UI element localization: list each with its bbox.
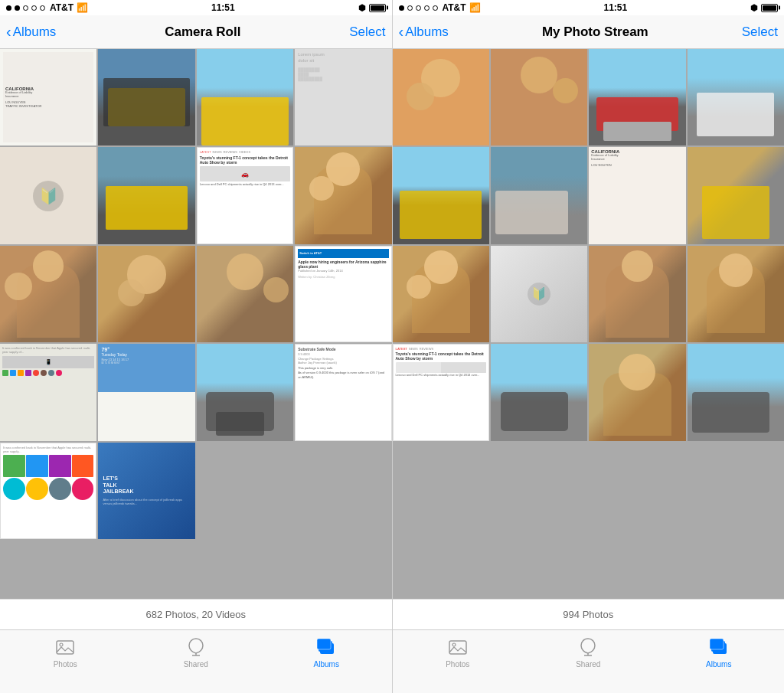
photo-count-label: 994 Photos [563,609,613,620]
right-select-button[interactable]: Select [742,25,778,40]
signal-dot-2 [15,5,20,11]
photo-cell[interactable] [393,147,489,244]
back-label: Albums [13,25,57,40]
photo-cell[interactable]: Switch to AT&T Apple now hiring engineer… [295,246,391,342]
tab-shared[interactable]: Shared [523,636,654,668]
svg-rect-0 [57,641,74,654]
photo-cell[interactable]: LET'STALKJAILBREAK After a brief discuss… [98,443,194,539]
photo-cell[interactable]: LATEST NEWS REVIEWS VIDEOS Toyota's stun… [197,147,293,244]
photo-cell[interactable]: 79° Tuesday Today Now 13 14 15 16 17 82 … [98,344,194,440]
photo-cell[interactable]: Substrate Safe Mode 0.9.4000 Change Pack… [295,344,391,440]
right-nav-bar: ‹ Albums My Photo Stream Select [393,15,785,49]
photo-cell[interactable] [491,344,587,440]
photo-cell[interactable]: 🔰 [491,246,587,342]
photo-cell[interactable] [393,49,489,145]
bluetooth-icon: ⬢ [750,3,758,13]
carrier-label: AT&T [50,2,74,13]
albums-tab-icon [315,636,337,658]
left-back-button[interactable]: ‹ Albums [6,24,56,41]
signal-dot-1 [6,5,11,11]
photo-cell[interactable] [98,147,194,244]
signal-dot-1 [399,5,404,11]
tab-albums[interactable]: Albums [261,636,392,668]
photos-tab-icon [54,636,76,658]
photo-cell[interactable] [589,246,685,342]
left-status-left: AT&T 📶 [6,2,88,13]
left-nav-bar: ‹ Albums Camera Roll Select [0,15,392,49]
photo-cell[interactable] [98,246,194,342]
signal-dot-2 [407,5,413,11]
photo-cell[interactable] [589,344,685,440]
right-nav-title: My Photo Stream [542,25,648,40]
tab-photos[interactable]: Photos [0,636,131,668]
left-select-button[interactable]: Select [349,25,385,40]
shared-tab-icon [185,636,207,658]
carrier-label: AT&T [443,2,466,13]
left-status-bar: AT&T 📶 11:51 ⬢ [0,0,392,15]
right-photo-count: 994 Photos [393,599,785,629]
photo-cell[interactable]: It was confirmed back in November that A… [0,344,96,440]
photo-cell[interactable] [197,49,293,145]
photo-cell[interactable] [197,344,293,440]
back-arrow-icon: ‹ [399,23,404,41]
photo-cell[interactable] [393,246,489,342]
photo-cell[interactable]: 🔰 [0,147,96,244]
photo-cell[interactable]: Lorem ipsumdolor sit ███████████████████… [295,49,391,145]
signal-dot-3 [23,5,28,11]
bluetooth-icon: ⬢ [358,3,366,13]
right-status-right: ⬢ [750,3,778,13]
left-nav-title: Camera Roll [165,25,240,40]
albums-tab-icon [708,636,730,658]
photo-cell[interactable]: CALIFORNIA Evidence of LiabilityInsuranc… [0,49,96,145]
tab-photos[interactable]: Photos [393,636,524,668]
tab-shared[interactable]: Shared [131,636,262,668]
svg-point-6 [452,643,456,646]
photo-cell[interactable] [197,246,293,342]
right-back-button[interactable]: ‹ Albums [399,24,449,41]
left-phone-screen: AT&T 📶 11:51 ⬢ ‹ Albums Camera Roll Sele… [0,0,392,693]
photo-cell[interactable] [491,147,587,244]
photo-cell[interactable] [98,49,194,145]
signal-dot-3 [416,5,421,11]
photos-tab-label: Photos [446,660,469,668]
shared-tab-icon [577,636,599,658]
photo-cell[interactable] [491,49,587,145]
wifi-icon: 📶 [77,2,88,13]
right-status-left: AT&T 📶 [399,2,481,13]
left-status-right: ⬢ [358,3,386,13]
left-time: 11:51 [211,2,235,13]
back-arrow-icon: ‹ [6,23,11,41]
right-tab-bar: Photos Shared Albums [393,629,785,693]
photos-tab-icon [447,636,469,658]
photo-cell[interactable] [688,344,784,440]
photo-cell[interactable]: CALIFORNIA Evidence of LiabilityInsuranc… [589,147,685,244]
shared-tab-label: Shared [184,660,208,668]
photo-cell[interactable] [688,147,784,244]
photo-cell[interactable]: It was confirmed back in November that A… [0,443,96,539]
photo-cell[interactable] [589,49,685,145]
left-photo-count: 682 Photos, 20 Videos [0,599,392,629]
right-status-bar: AT&T 📶 11:51 ⬢ [393,0,785,15]
photos-tab-label: Photos [54,660,77,668]
photo-cell[interactable] [0,246,96,342]
battery-icon [369,4,386,12]
shared-tab-label: Shared [576,660,600,668]
right-time: 11:51 [603,2,627,13]
photo-cell[interactable] [688,246,784,342]
signal-dot-4 [31,5,37,11]
signal-dot-4 [424,5,430,11]
left-tab-bar: Photos Shared Albums [0,629,392,693]
photo-cell[interactable]: LATEST NEWS REVIEWS Toyota's stunning FT… [393,344,489,440]
tab-albums[interactable]: Albums [654,636,785,668]
left-photo-grid: CALIFORNIA Evidence of LiabilityInsuranc… [0,49,392,599]
battery-fill [371,5,384,11]
back-label: Albums [405,25,449,40]
albums-tab-label: Albums [706,660,731,668]
signal-dot-5 [40,5,45,11]
svg-rect-5 [449,641,466,654]
photo-cell[interactable] [295,147,391,244]
battery-fill [763,5,776,11]
photo-cell[interactable] [688,49,784,145]
right-photo-grid: CALIFORNIA Evidence of LiabilityInsuranc… [393,49,785,599]
albums-tab-label: Albums [314,660,339,668]
